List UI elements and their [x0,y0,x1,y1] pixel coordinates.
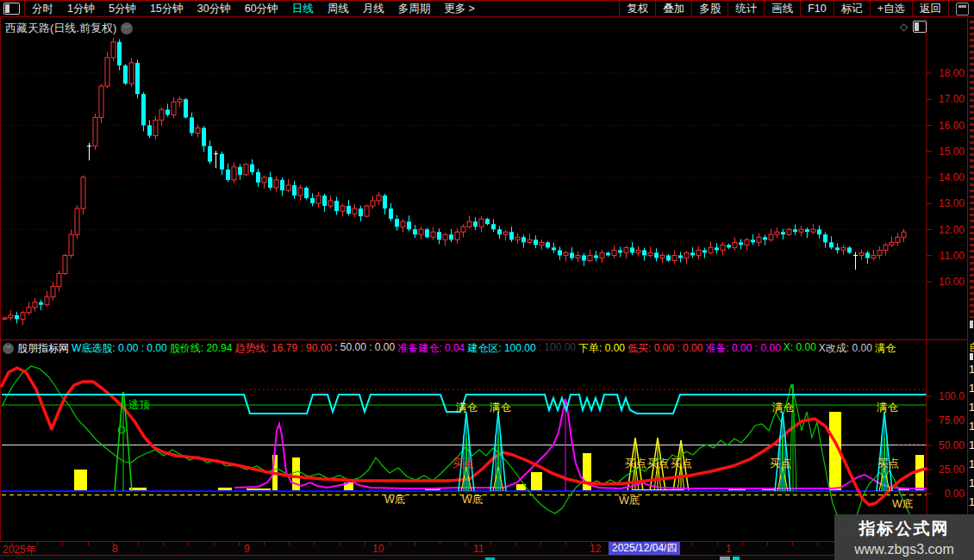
indicator-value: 趋势线: 16.79 : 90.00 [234,341,332,355]
toolbar-button-标记[interactable]: 标记 [834,1,871,16]
chevron-down-icon[interactable]: ﹀ [3,343,14,354]
indicator-value: : 50.00 : 0.00 [334,341,395,355]
date-tick [742,542,743,545]
period-tabs: 分时1分钟5分钟15分钟30分钟60分钟日线周线月线多周期更多 > [25,1,482,16]
selected-date-badge: 2025/12/04/四 [609,542,680,555]
signal-label: 买点 [625,457,646,470]
date-tick [641,542,642,545]
svg-text:50.00: 50.00 [939,439,965,451]
indicator-value: 建仓区: 100.00 [467,341,535,355]
candlestick-chart[interactable]: 18.0017.0016.0015.0014.0013.0012.0011.00… [0,17,967,339]
period-tab-多周期[interactable]: 多周期 [391,1,438,16]
watermark-url: www.zbgs3.com [854,542,954,557]
date-tick [465,542,466,545]
clipped-vertical-text [970,21,974,318]
date-label: 8 [112,543,118,555]
indicator-value: 低买: 0.00 : 0.00 [627,341,702,355]
signal-label: W底 [619,495,640,507]
toolbar-button-多股[interactable]: 多股 [691,1,728,16]
status-mark [733,557,740,560]
indicator-axis-labels: 100.075.0050.0025.000.00 [898,390,965,500]
toolbar-button-统计[interactable]: 统计 [727,1,765,16]
date-label: 11 [473,543,484,555]
right-edge-strip[interactable]: 自 111111111 [967,17,974,514]
signal-label: 满仓 [456,401,478,414]
indicator-value: X: 0.00 [784,341,816,355]
indicator-value: 下单: 0.00 [578,341,625,355]
date-tick [314,542,315,545]
date-tick [138,542,139,545]
chart-corner-icons: ◇ [900,21,927,33]
period-tab-1分钟[interactable]: 1分钟 [60,1,102,16]
signal-label: 买点 [647,457,669,470]
date-tick [440,542,440,545]
date-tick [390,542,390,545]
indicator-value: : 100.00 [539,341,576,355]
clipped-digit: 1 [969,398,974,417]
toolbar-right-buttons: 复权叠加多股统计画线F10标记+自选返回 [620,1,949,16]
svg-text:11.00: 11.00 [940,250,965,262]
svg-text:18.00: 18.00 [939,67,965,79]
signal-label: 满仓 [877,401,899,414]
split-pane-icon[interactable] [913,21,927,33]
date-axis[interactable]: 2025/12/04/四 2025年891011121 [0,541,967,556]
date-tick [163,542,164,545]
prepare-curve [234,399,927,488]
candles-layer [3,38,906,326]
period-tab-60分钟[interactable]: 60分钟 [238,1,285,16]
svg-text:16.00: 16.00 [939,120,965,132]
toolbar-button-返回[interactable]: 返回 [912,1,949,16]
period-tab-5分钟[interactable]: 5分钟 [102,1,143,16]
signal-label: 买点 [671,457,692,470]
period-tab-日线[interactable]: 日线 [285,1,321,16]
date-tick [365,542,365,545]
watermark-title: 指标公式网 [859,518,950,540]
toolbar-button-F10[interactable]: F10 [800,1,834,16]
svg-text:15.00: 15.00 [939,146,965,158]
toolbar-button-复权[interactable]: 复权 [619,1,656,16]
signal-label: 买点 [770,457,791,470]
date-tick [767,542,768,545]
indicator-chart[interactable]: 100.075.0050.0025.000.00逃顶满仓满仓满仓满仓买点买点买点… [0,339,967,541]
signal-label: W底 [462,494,483,506]
status-mark [720,557,730,560]
period-tab-周线[interactable]: 周线 [321,1,356,16]
indicator-value: 股价线: 20.94 [170,341,233,355]
app-window: 分时1分钟5分钟15分钟30分钟60分钟日线周线月线多周期更多 > 复权叠加多股… [0,0,974,560]
window-layout-icon[interactable] [956,3,969,16]
toolbar-button-叠加[interactable]: 叠加 [655,1,692,16]
clipped-glyph [970,320,973,328]
svg-text:12.00: 12.00 [939,224,965,236]
date-tick [540,542,541,545]
toolbar-button-画线[interactable]: 画线 [764,1,801,16]
indicator-value: 准备建仓: 0.04 [397,341,465,355]
period-tab-15分钟[interactable]: 15分钟 [143,1,190,16]
clipped-digit: 1 [969,436,974,455]
panel-toggle-icon[interactable] [3,3,20,15]
date-tick [515,542,516,545]
svg-text:0.00: 0.00 [945,488,965,500]
date-tick [62,542,63,545]
main-chart-panel[interactable]: 18.0017.0016.0015.0014.0013.0012.0011.00… [0,17,967,339]
svg-text:25.00: 25.00 [939,464,965,476]
date-tick [490,542,491,545]
diamond-icon[interactable]: ◇ [900,21,908,33]
date-tick [666,542,667,545]
date-tick [792,542,793,545]
clipped-digit: 1 [969,455,974,474]
toolbar-button-+自选[interactable]: +自选 [870,1,913,16]
indicator-value: 满仓 [875,341,896,355]
period-tab-30分钟[interactable]: 30分钟 [190,1,238,16]
signal-label: 逃顶 [128,399,151,411]
signal-label: 满仓 [490,401,512,414]
period-tab-月线[interactable]: 月线 [356,1,391,16]
watermark: 指标公式网 www.zbgs3.com [834,514,974,560]
date-tick [214,542,215,545]
period-tab-更多 >[interactable]: 更多 > [437,1,482,16]
indicator-header: ﹀ 股朋指标网W底选股: 0.00 : 0.00股价线: 20.94趋势线: 1… [0,341,965,355]
indicator-values: 股朋指标网W底选股: 0.00 : 0.00股价线: 20.94趋势线: 16.… [17,341,898,355]
chevron-down-icon[interactable]: ﹀ [121,22,133,34]
period-tab-分时[interactable]: 分时 [25,1,60,16]
date-tick [264,542,265,545]
date-label: 12 [590,543,601,555]
